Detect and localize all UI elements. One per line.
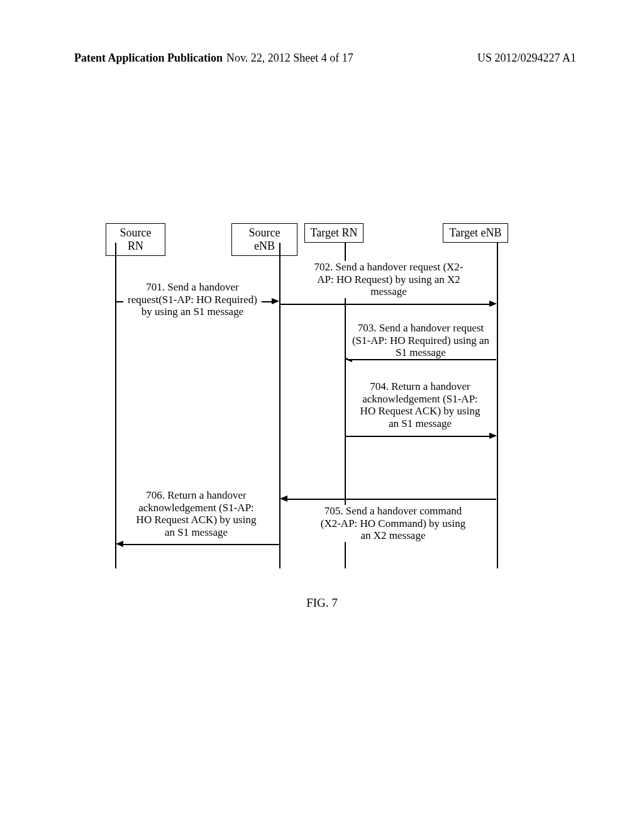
message-706: 706. Return a handover acknowledgement (… <box>133 489 259 538</box>
arrowhead-701 <box>272 298 279 304</box>
message-701: 701. Send a handover request(S1-AP: HO R… <box>123 281 262 318</box>
arrow-706 <box>123 544 279 545</box>
arrowhead-702 <box>489 301 497 307</box>
arrowhead-706 <box>116 541 123 547</box>
arrowhead-705 <box>280 495 287 502</box>
arrowhead-704 <box>489 433 497 439</box>
message-705: 705. Send a handover command (X2-AP: HO … <box>314 505 472 542</box>
sequence-diagram: Source RN Source eNB Target RN Target eN… <box>106 223 540 575</box>
lifeline-source-rn <box>115 243 116 568</box>
lifeline-target-enb <box>497 243 498 568</box>
header-date-sheet: Nov. 22, 2012 Sheet 4 of 17 <box>226 52 353 65</box>
message-704: 704. Return a handover acknowledgement (… <box>357 380 483 429</box>
figure-caption: FIG. 7 <box>0 596 644 610</box>
node-target-rn: Target RN <box>304 223 364 243</box>
lifeline-source-enb <box>279 243 280 568</box>
arrow-702 <box>280 304 490 305</box>
node-target-enb: Target eNB <box>443 223 508 243</box>
arrow-704 <box>345 436 490 437</box>
arrow-703 <box>352 359 496 360</box>
message-703: 703. Send a handover request (S1-AP: HO … <box>348 322 494 359</box>
header-publication-type: Patent Application Publication <box>74 52 223 65</box>
message-702: 702. Send a handover request (X2-AP: HO … <box>310 261 467 298</box>
node-source-enb: Source eNB <box>231 223 297 256</box>
header-publication-number: US 2012/0294227 A1 <box>477 52 576 65</box>
arrow-705 <box>287 499 496 500</box>
